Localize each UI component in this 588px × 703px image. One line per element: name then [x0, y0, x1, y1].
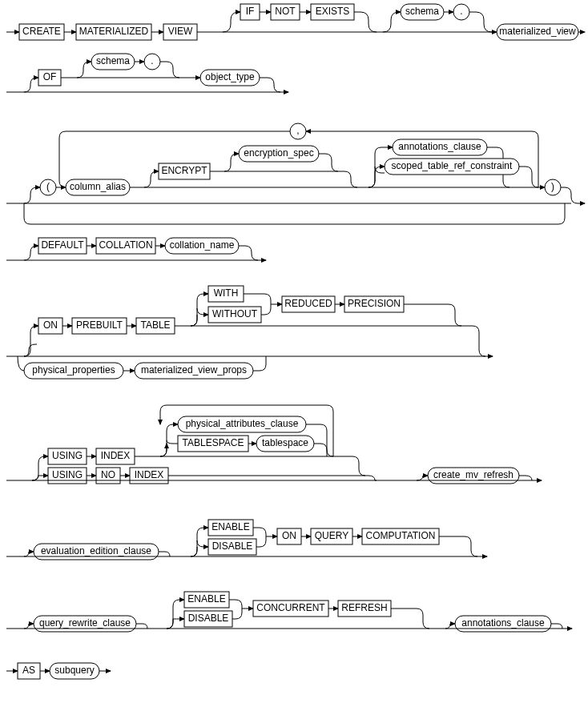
- syntax-diagram: CREATE MATERIALIZED VIEW IF NOT EXISTS s…: [0, 0, 588, 703]
- nt-object-type: object_type: [205, 71, 255, 82]
- kw-enable-8: ENABLE: [187, 593, 225, 605]
- nt-annotations-clause-1: annotations_clause: [398, 141, 481, 152]
- kw-query-7: QUERY: [315, 530, 348, 541]
- kw-if: IF: [246, 6, 255, 17]
- kw-disable-7: DISABLE: [212, 540, 253, 552]
- nt-dot-1: .: [460, 6, 462, 17]
- nt-phys-attr-clause: physical_attributes_clause: [186, 418, 299, 429]
- row-create: CREATE MATERIALIZED VIEW IF NOT EXISTS s…: [6, 4, 585, 40]
- comma-sep: ,: [296, 125, 299, 136]
- row-as-subquery: AS subquery: [6, 663, 111, 679]
- kw-materialized: MATERIALIZED: [79, 26, 149, 37]
- kw-no: NO: [101, 469, 115, 480]
- row-default-collation: DEFAULT COLLATION collation_name: [6, 238, 266, 260]
- kw-table: TABLE: [140, 319, 170, 331]
- nt-schema-1: schema: [405, 6, 439, 17]
- kw-of: OF: [43, 71, 57, 82]
- kw-index-2: INDEX: [135, 469, 164, 480]
- open-paren: (: [46, 181, 50, 192]
- row-of-object-type: OF schema . object_type: [6, 54, 288, 92]
- kw-on-7: ON: [282, 530, 296, 541]
- kw-computation: COMPUTATION: [366, 530, 436, 541]
- kw-create: CREATE: [22, 26, 61, 37]
- row-prebuilt-or-physical: ON PREBUILT TABLE WITH WITHOUT REDUCED P…: [6, 286, 493, 379]
- row-column-list: ( column_alias ENCRYPT encryption_spec a…: [6, 123, 585, 224]
- kw-as: AS: [22, 665, 35, 676]
- kw-exists: EXISTS: [316, 6, 350, 17]
- nt-dot-2: .: [151, 55, 153, 66]
- nt-encryption-spec: encryption_spec: [244, 147, 313, 159]
- nt-tablespace: tablespace: [262, 437, 308, 448]
- nt-mview-props: materialized_view_props: [141, 364, 247, 376]
- row-query-rewrite: query_rewrite_clause ENABLE DISABLE CONC…: [6, 592, 572, 632]
- nt-schema-2: schema: [96, 55, 130, 66]
- nt-query-rewrite-clause: query_rewrite_clause: [39, 617, 131, 629]
- kw-tablespace: TABLESPACE: [183, 437, 244, 448]
- nt-eval-edition-clause: evaluation_edition_clause: [41, 545, 151, 556]
- kw-prebuilt: PREBUILT: [76, 319, 123, 331]
- row-using-index: USING INDEX physical_attributes_clause T…: [6, 405, 542, 484]
- kw-concurrent: CONCURRENT: [256, 602, 325, 613]
- nt-collation-name: collation_name: [170, 239, 235, 251]
- kw-with: WITH: [214, 287, 239, 299]
- nt-scoped-table-ref: scoped_table_ref_constraint: [392, 160, 513, 171]
- kw-view: VIEW: [168, 26, 193, 37]
- kw-collation: COLLATION: [99, 239, 152, 251]
- kw-using-1: USING: [52, 450, 83, 461]
- nt-annotations-clause-2: annotations_clause: [461, 617, 545, 629]
- kw-not: NOT: [275, 6, 296, 17]
- kw-default: DEFAULT: [41, 239, 84, 251]
- kw-reduced: REDUCED: [284, 298, 332, 309]
- kw-refresh: REFRESH: [341, 602, 387, 613]
- nt-physical-properties: physical_properties: [32, 364, 115, 376]
- row-eval-edition: evaluation_edition_clause ENABLE DISABLE…: [6, 520, 487, 560]
- kw-on-5: ON: [43, 319, 58, 331]
- kw-disable-8: DISABLE: [188, 613, 229, 624]
- nt-column-alias: column_alias: [70, 181, 126, 192]
- kw-encrypt: ENCRYPT: [161, 165, 207, 176]
- kw-using-2: USING: [52, 469, 83, 480]
- nt-create-mv-refresh: create_mv_refresh: [433, 469, 513, 480]
- kw-precision: PRECISION: [348, 298, 401, 309]
- close-paren: ): [551, 181, 554, 192]
- kw-index-1: INDEX: [101, 450, 131, 461]
- kw-without: WITHOUT: [212, 308, 258, 319]
- kw-enable-7: ENABLE: [211, 521, 249, 532]
- nt-subquery: subquery: [54, 665, 94, 676]
- nt-materialized-view: materialized_view: [499, 26, 576, 37]
